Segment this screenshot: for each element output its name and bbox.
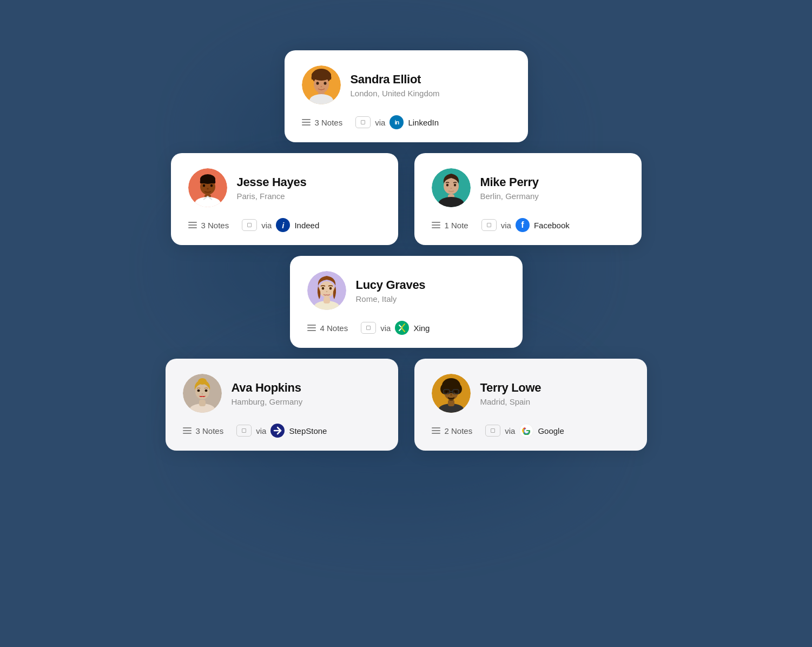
notes-icon	[432, 222, 440, 228]
contact-card-jesse[interactable]: Jesse Hayes Paris, France 3 Notes	[171, 153, 398, 245]
via-ava: via StepStone	[236, 424, 327, 438]
via-box-icon	[355, 116, 371, 128]
notes-icon	[188, 222, 197, 228]
contact-card-sandra[interactable]: Sandra Elliot London, United Kingdom 3 N…	[285, 50, 528, 142]
notes-lucy: 4 Notes	[307, 324, 348, 333]
notes-icon	[307, 325, 316, 331]
svg-point-15	[210, 184, 212, 187]
notes-icon	[302, 119, 311, 126]
svg-point-49	[445, 391, 447, 393]
contact-card-ava[interactable]: Ava Hopkins Hamburg, Germany 3 Notes	[166, 359, 398, 451]
via-lucy: via Xing	[361, 321, 430, 335]
via-mike: via f Facebook	[481, 218, 570, 232]
via-box-icon	[361, 322, 376, 334]
source-name-terry: Google	[538, 426, 564, 435]
name-lucy: Lucy Graves	[356, 278, 426, 292]
name-jesse: Jesse Hayes	[237, 175, 307, 189]
via-box-icon	[485, 425, 500, 437]
svg-point-21	[446, 184, 448, 187]
svg-point-34	[195, 384, 209, 399]
via-box-icon	[242, 219, 257, 231]
svg-point-6	[316, 82, 319, 85]
location-terry: Madrid, Spain	[480, 397, 542, 406]
avatar-mike	[432, 168, 471, 207]
svg-point-8	[320, 86, 322, 87]
location-jesse: Paris, France	[237, 192, 307, 201]
svg-point-45	[453, 384, 462, 394]
via-jesse: via i Indeed	[242, 218, 319, 232]
via-box-icon	[236, 425, 252, 437]
svg-point-38	[201, 393, 203, 394]
svg-point-52	[448, 398, 454, 401]
svg-point-36	[197, 389, 200, 392]
via-terry: via Google	[485, 424, 564, 438]
location-lucy: Rome, Italy	[356, 294, 426, 303]
notes-icon	[183, 427, 192, 434]
name-mike: Mike Perry	[480, 175, 539, 189]
svg-point-37	[204, 389, 207, 392]
via-label: via	[505, 426, 515, 435]
avatar-lucy	[307, 271, 346, 310]
notes-ava: 3 Notes	[183, 426, 224, 435]
source-logo-google	[519, 424, 533, 438]
svg-point-50	[454, 391, 457, 393]
svg-point-30	[326, 291, 327, 292]
via-label: via	[256, 426, 266, 435]
svg-point-44	[440, 384, 449, 394]
notes-jesse: 3 Notes	[188, 221, 229, 230]
svg-point-23	[450, 188, 452, 189]
svg-point-16	[207, 188, 209, 189]
svg-point-29	[329, 287, 332, 290]
svg-point-28	[321, 287, 324, 290]
notes-icon	[432, 427, 440, 434]
name-sandra: Sandra Elliot	[351, 72, 440, 87]
svg-point-51	[450, 394, 452, 395]
avatar-sandra	[302, 65, 341, 104]
svg-point-22	[453, 184, 455, 187]
avatar-terry	[432, 374, 471, 413]
via-label: via	[375, 118, 385, 127]
source-logo-stepstone	[270, 424, 285, 438]
source-name-ava: StepStone	[289, 426, 327, 435]
source-name-sandra: LinkedIn	[408, 118, 439, 127]
source-logo-facebook: f	[516, 218, 530, 232]
contact-card-terry[interactable]: Terry Lowe Madrid, Spain 2 Notes	[414, 359, 647, 451]
avatar-ava	[183, 374, 222, 413]
name-terry: Terry Lowe	[480, 381, 542, 395]
location-sandra: London, United Kingdom	[351, 89, 440, 98]
location-mike: Berlin, Germany	[480, 192, 539, 201]
via-box-icon	[481, 219, 497, 231]
svg-rect-26	[324, 297, 330, 303]
location-ava: Hamburg, Germany	[232, 397, 303, 406]
via-label: via	[261, 221, 272, 230]
source-name-lucy: Xing	[413, 324, 430, 333]
source-logo-indeed: i	[276, 218, 290, 232]
svg-point-7	[324, 82, 326, 85]
notes-mike: 1 Note	[432, 221, 468, 230]
via-label: via	[501, 221, 511, 230]
source-logo-xing	[395, 321, 409, 335]
contact-card-mike[interactable]: Mike Perry Berlin, Germany 1 Note	[414, 153, 642, 245]
avatar-jesse	[188, 168, 227, 207]
source-name-jesse: Indeed	[294, 221, 319, 230]
svg-rect-33	[199, 400, 206, 406]
svg-point-35	[198, 378, 207, 385]
svg-point-14	[202, 184, 204, 187]
source-logo-linkedin: in	[390, 115, 404, 129]
contact-card-lucy[interactable]: Lucy Graves Rome, Italy 4 Notes	[290, 256, 523, 348]
notes-sandra: 3 Notes	[302, 118, 343, 127]
notes-terry: 2 Notes	[432, 426, 473, 435]
source-name-mike: Facebook	[534, 221, 570, 230]
name-ava: Ava Hopkins	[232, 381, 303, 395]
via-sandra: via in LinkedIn	[355, 115, 439, 129]
via-label: via	[380, 324, 391, 333]
